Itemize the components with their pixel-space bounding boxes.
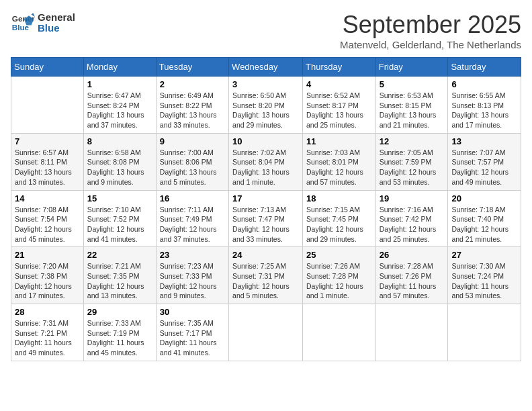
day-info: Sunrise: 6:52 AM Sunset: 8:17 PM Dayligh… [306, 91, 372, 130]
logo-text-general: General [38, 12, 75, 24]
day-number: 15 [87, 193, 152, 203]
day-number: 22 [87, 250, 152, 260]
calendar-cell [375, 304, 448, 361]
day-info: Sunrise: 6:57 AM Sunset: 8:11 PM Dayligh… [15, 148, 80, 187]
day-info: Sunrise: 7:30 AM Sunset: 7:24 PM Dayligh… [451, 261, 517, 301]
day-info: Sunrise: 7:15 AM Sunset: 7:45 PM Dayligh… [306, 205, 372, 244]
calendar-cell: 5Sunrise: 6:53 AM Sunset: 8:15 PM Daylig… [375, 77, 448, 134]
calendar-cell: 14Sunrise: 7:08 AM Sunset: 7:54 PM Dayli… [11, 190, 84, 247]
calendar-cell [229, 304, 303, 361]
calendar-cell: 10Sunrise: 7:02 AM Sunset: 8:04 PM Dayli… [229, 133, 303, 190]
calendar-cell: 21Sunrise: 7:20 AM Sunset: 7:38 PM Dayli… [11, 247, 84, 304]
calendar-cell: 23Sunrise: 7:23 AM Sunset: 7:33 PM Dayli… [156, 247, 228, 304]
day-number: 29 [87, 307, 152, 317]
calendar-cell: 19Sunrise: 7:16 AM Sunset: 7:42 PM Dayli… [375, 190, 448, 247]
day-number: 25 [306, 250, 372, 260]
day-number: 8 [87, 136, 152, 146]
calendar-week-row: 14Sunrise: 7:08 AM Sunset: 7:54 PM Dayli… [11, 190, 521, 247]
day-number: 23 [160, 250, 225, 260]
day-number: 3 [232, 79, 299, 89]
day-info: Sunrise: 7:28 AM Sunset: 7:26 PM Dayligh… [380, 261, 445, 301]
day-info: Sunrise: 7:08 AM Sunset: 7:54 PM Dayligh… [15, 205, 80, 244]
day-info: Sunrise: 7:23 AM Sunset: 7:33 PM Dayligh… [160, 261, 225, 301]
day-number: 20 [451, 193, 517, 203]
calendar-week-row: 7Sunrise: 6:57 AM Sunset: 8:11 PM Daylig… [11, 133, 521, 190]
day-number: 16 [160, 193, 225, 203]
calendar-cell [11, 77, 84, 134]
calendar-cell: 7Sunrise: 6:57 AM Sunset: 8:11 PM Daylig… [11, 133, 84, 190]
calendar-table: SundayMondayTuesdayWednesdayThursdayFrid… [11, 57, 521, 361]
day-info: Sunrise: 7:05 AM Sunset: 7:59 PM Dayligh… [380, 148, 445, 187]
day-number: 12 [380, 136, 445, 146]
day-number: 27 [451, 250, 517, 260]
calendar-cell: 17Sunrise: 7:13 AM Sunset: 7:47 PM Dayli… [229, 190, 303, 247]
day-number: 13 [451, 136, 517, 146]
day-info: Sunrise: 7:02 AM Sunset: 8:04 PM Dayligh… [232, 148, 299, 187]
day-info: Sunrise: 6:50 AM Sunset: 8:20 PM Dayligh… [232, 91, 299, 130]
calendar-cell: 29Sunrise: 7:33 AM Sunset: 7:19 PM Dayli… [83, 304, 156, 361]
day-info: Sunrise: 7:13 AM Sunset: 7:47 PM Dayligh… [232, 205, 299, 244]
day-info: Sunrise: 7:16 AM Sunset: 7:42 PM Dayligh… [380, 205, 445, 244]
calendar-cell: 1Sunrise: 6:47 AM Sunset: 8:24 PM Daylig… [83, 77, 156, 134]
day-number: 14 [15, 193, 80, 203]
calendar-cell: 26Sunrise: 7:28 AM Sunset: 7:26 PM Dayli… [375, 247, 448, 304]
day-number: 9 [160, 136, 225, 146]
day-number: 26 [380, 250, 445, 260]
day-number: 17 [232, 193, 299, 203]
calendar-cell: 24Sunrise: 7:25 AM Sunset: 7:31 PM Dayli… [229, 247, 303, 304]
day-number: 19 [380, 193, 445, 203]
page-header: General Blue General Blue September 2025… [11, 11, 521, 50]
day-info: Sunrise: 6:58 AM Sunset: 8:08 PM Dayligh… [87, 148, 152, 187]
day-info: Sunrise: 7:21 AM Sunset: 7:35 PM Dayligh… [87, 261, 152, 301]
calendar-week-row: 28Sunrise: 7:31 AM Sunset: 7:21 PM Dayli… [11, 304, 521, 361]
column-header-friday: Friday [375, 58, 448, 77]
calendar-cell: 25Sunrise: 7:26 AM Sunset: 7:28 PM Dayli… [303, 247, 376, 304]
calendar-cell: 2Sunrise: 6:49 AM Sunset: 8:22 PM Daylig… [156, 77, 228, 134]
day-number: 4 [306, 79, 372, 89]
day-number: 6 [451, 79, 517, 89]
day-info: Sunrise: 7:25 AM Sunset: 7:31 PM Dayligh… [232, 261, 299, 301]
calendar-subtitle: Matenveld, Gelderland, The Netherlands [340, 39, 521, 50]
calendar-cell: 9Sunrise: 7:00 AM Sunset: 8:06 PM Daylig… [156, 133, 228, 190]
calendar-title: September 2025 [340, 11, 521, 39]
calendar-cell: 16Sunrise: 7:11 AM Sunset: 7:49 PM Dayli… [156, 190, 228, 247]
calendar-cell: 4Sunrise: 6:52 AM Sunset: 8:17 PM Daylig… [303, 77, 376, 134]
day-number: 28 [15, 307, 80, 317]
calendar-week-row: 21Sunrise: 7:20 AM Sunset: 7:38 PM Dayli… [11, 247, 521, 304]
day-info: Sunrise: 7:10 AM Sunset: 7:52 PM Dayligh… [87, 205, 152, 244]
day-info: Sunrise: 7:35 AM Sunset: 7:17 PM Dayligh… [160, 318, 225, 358]
logo: General Blue General Blue [11, 11, 75, 35]
calendar-cell: 8Sunrise: 6:58 AM Sunset: 8:08 PM Daylig… [83, 133, 156, 190]
calendar-cell: 3Sunrise: 6:50 AM Sunset: 8:20 PM Daylig… [229, 77, 303, 134]
day-number: 24 [232, 250, 299, 260]
calendar-cell: 6Sunrise: 6:55 AM Sunset: 8:13 PM Daylig… [448, 77, 521, 134]
calendar-cell: 13Sunrise: 7:07 AM Sunset: 7:57 PM Dayli… [448, 133, 521, 190]
logo-icon: General Blue [11, 11, 35, 35]
day-number: 1 [87, 79, 152, 89]
day-number: 11 [306, 136, 372, 146]
title-area: September 2025 Matenveld, Gelderland, Th… [340, 11, 521, 50]
calendar-cell: 22Sunrise: 7:21 AM Sunset: 7:35 PM Dayli… [83, 247, 156, 304]
day-number: 10 [232, 136, 299, 146]
day-info: Sunrise: 7:00 AM Sunset: 8:06 PM Dayligh… [160, 148, 225, 187]
column-header-thursday: Thursday [303, 58, 376, 77]
day-info: Sunrise: 7:20 AM Sunset: 7:38 PM Dayligh… [15, 261, 80, 301]
day-number: 18 [306, 193, 372, 203]
column-header-wednesday: Wednesday [229, 58, 303, 77]
calendar-week-row: 1Sunrise: 6:47 AM Sunset: 8:24 PM Daylig… [11, 77, 521, 134]
day-info: Sunrise: 6:55 AM Sunset: 8:13 PM Dayligh… [451, 91, 517, 130]
logo-text-blue: Blue [38, 23, 75, 34]
calendar-cell [303, 304, 376, 361]
calendar-cell: 15Sunrise: 7:10 AM Sunset: 7:52 PM Dayli… [83, 190, 156, 247]
day-info: Sunrise: 6:47 AM Sunset: 8:24 PM Dayligh… [87, 91, 152, 130]
day-info: Sunrise: 7:03 AM Sunset: 8:01 PM Dayligh… [306, 148, 372, 187]
column-header-tuesday: Tuesday [156, 58, 228, 77]
day-info: Sunrise: 7:33 AM Sunset: 7:19 PM Dayligh… [87, 318, 152, 358]
day-info: Sunrise: 7:18 AM Sunset: 7:40 PM Dayligh… [451, 205, 517, 244]
calendar-cell: 11Sunrise: 7:03 AM Sunset: 8:01 PM Dayli… [303, 133, 376, 190]
day-number: 2 [160, 79, 225, 89]
day-info: Sunrise: 7:31 AM Sunset: 7:21 PM Dayligh… [15, 318, 80, 358]
calendar-header-row: SundayMondayTuesdayWednesdayThursdayFrid… [11, 58, 521, 77]
day-info: Sunrise: 6:53 AM Sunset: 8:15 PM Dayligh… [380, 91, 445, 130]
day-number: 7 [15, 136, 80, 146]
